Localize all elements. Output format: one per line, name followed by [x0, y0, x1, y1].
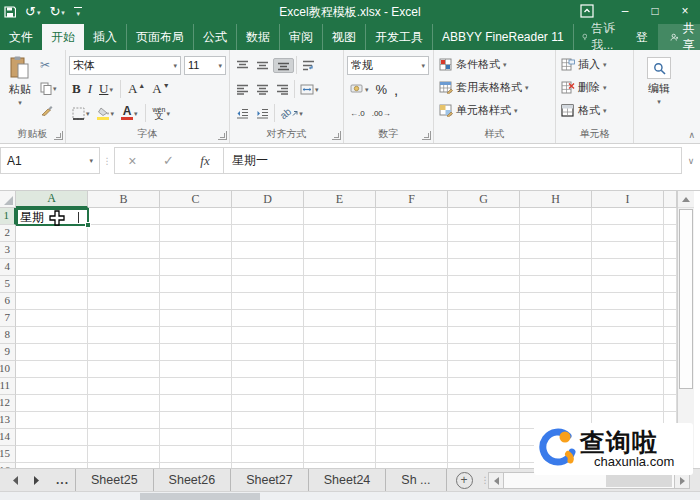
cell-C2[interactable] [160, 225, 232, 242]
cell-I9[interactable] [592, 344, 664, 361]
format-painter-button[interactable] [37, 101, 60, 121]
cell-F11[interactable] [376, 378, 448, 395]
row-header-7[interactable]: 7 [0, 310, 16, 327]
cell-I1[interactable] [592, 208, 664, 225]
cell-D4[interactable] [232, 259, 304, 276]
cell-H10[interactable] [520, 361, 592, 378]
scroll-up-icon[interactable] [678, 191, 694, 208]
cell-F8[interactable] [376, 327, 448, 344]
active-cell-a1[interactable]: 星期 [16, 208, 89, 226]
cell-A5[interactable] [16, 276, 88, 293]
cell-B14[interactable] [88, 429, 160, 446]
align-left-button[interactable] [233, 83, 252, 96]
increase-decimal-button[interactable]: ←.0 [347, 108, 368, 119]
cell-partial-4[interactable] [664, 259, 677, 276]
row-header-8[interactable]: 8 [0, 327, 16, 344]
cell-D7[interactable] [232, 310, 304, 327]
cell-partial-7[interactable] [664, 310, 677, 327]
cell-G3[interactable] [448, 242, 520, 259]
sheet-tab-Sh[interactable]: Sh ... [386, 469, 446, 491]
cell-A15[interactable] [16, 446, 88, 463]
row-header-15[interactable]: 15 [0, 446, 16, 463]
sheet-tab-Sheet24[interactable]: Sheet24 [309, 469, 387, 491]
cell-E1[interactable] [304, 208, 376, 225]
decrease-indent-button[interactable] [233, 107, 252, 120]
cell-B4[interactable] [88, 259, 160, 276]
formula-input[interactable]: 星期一 [224, 147, 682, 174]
cell-G13[interactable] [448, 412, 520, 429]
cell-D8[interactable] [232, 327, 304, 344]
cell-B10[interactable] [88, 361, 160, 378]
cell-I6[interactable] [592, 293, 664, 310]
cell-E5[interactable] [304, 276, 376, 293]
cell-C3[interactable] [160, 242, 232, 259]
clipboard-dialog-launcher[interactable] [54, 131, 63, 140]
sheet-tab-Sheet27[interactable]: Sheet27 [231, 469, 309, 491]
row-header-2[interactable]: 2 [0, 225, 16, 242]
cell-partial-5[interactable] [664, 276, 677, 293]
cell-partial-9[interactable] [664, 344, 677, 361]
increase-font-size-button[interactable]: A▲ [125, 80, 148, 98]
cell-I12[interactable] [592, 395, 664, 412]
borders-button[interactable]: ▾ [69, 106, 93, 121]
cell-G4[interactable] [448, 259, 520, 276]
cell-A7[interactable] [16, 310, 88, 327]
cell-partial-3[interactable] [664, 242, 677, 259]
cell-C15[interactable] [160, 446, 232, 463]
share-button[interactable]: 共享 [658, 24, 700, 50]
cell-D5[interactable] [232, 276, 304, 293]
add-sheet-button[interactable]: + [456, 472, 473, 489]
cell-C8[interactable] [160, 327, 232, 344]
cell-C7[interactable] [160, 310, 232, 327]
row-header-9[interactable]: 9 [0, 344, 16, 361]
cell-H2[interactable] [520, 225, 592, 242]
cell-I7[interactable] [592, 310, 664, 327]
cell-partial-6[interactable] [664, 293, 677, 310]
cell-B11[interactable] [88, 378, 160, 395]
cell-D1[interactable] [232, 208, 304, 225]
name-box[interactable]: A1▾ [0, 147, 100, 174]
percent-style-button[interactable]: % [373, 81, 391, 98]
column-header-B[interactable]: B [88, 191, 160, 208]
cell-H5[interactable] [520, 276, 592, 293]
cell-A8[interactable] [16, 327, 88, 344]
cell-A10[interactable] [16, 361, 88, 378]
tab-页面布局[interactable]: 页面布局 [127, 24, 194, 50]
cell-C9[interactable] [160, 344, 232, 361]
cell-E13[interactable] [304, 412, 376, 429]
fill-handle[interactable] [85, 222, 91, 228]
bold-button[interactable]: B [69, 80, 84, 98]
cell-partial-1[interactable] [664, 208, 677, 225]
redo-button[interactable]: ↻▾ [49, 1, 64, 23]
italic-button[interactable]: I [85, 80, 95, 98]
cell-G10[interactable] [448, 361, 520, 378]
cell-D3[interactable] [232, 242, 304, 259]
cell-E14[interactable] [304, 429, 376, 446]
align-right-button[interactable] [273, 83, 292, 96]
format-as-table-button[interactable]: 套用表格格式▾ [437, 76, 552, 99]
row-header-11[interactable]: 11 [0, 378, 16, 395]
paste-button[interactable]: 粘贴 ▾ [3, 53, 37, 123]
tab-视图[interactable]: 视图 [323, 24, 366, 50]
cell-E12[interactable] [304, 395, 376, 412]
cell-A4[interactable] [16, 259, 88, 276]
cell-A6[interactable] [16, 293, 88, 310]
align-center-button[interactable] [253, 83, 272, 96]
cell-B7[interactable] [88, 310, 160, 327]
cancel-button[interactable]: × [128, 153, 136, 169]
cell-G7[interactable] [448, 310, 520, 327]
cell-F5[interactable] [376, 276, 448, 293]
cell-B2[interactable] [88, 225, 160, 242]
cell-A2[interactable] [16, 225, 88, 242]
cell-A12[interactable] [16, 395, 88, 412]
cut-button[interactable]: ✂ [37, 55, 60, 75]
cell-D14[interactable] [232, 429, 304, 446]
cell-B12[interactable] [88, 395, 160, 412]
tab-插入[interactable]: 插入 [84, 24, 127, 50]
cell-C5[interactable] [160, 276, 232, 293]
maximize-button[interactable]: □ [640, 0, 670, 24]
row-header-13[interactable]: 13 [0, 412, 16, 429]
minimize-button[interactable]: – [610, 0, 640, 24]
column-header-D[interactable]: D [232, 191, 304, 208]
cell-G1[interactable] [448, 208, 520, 225]
